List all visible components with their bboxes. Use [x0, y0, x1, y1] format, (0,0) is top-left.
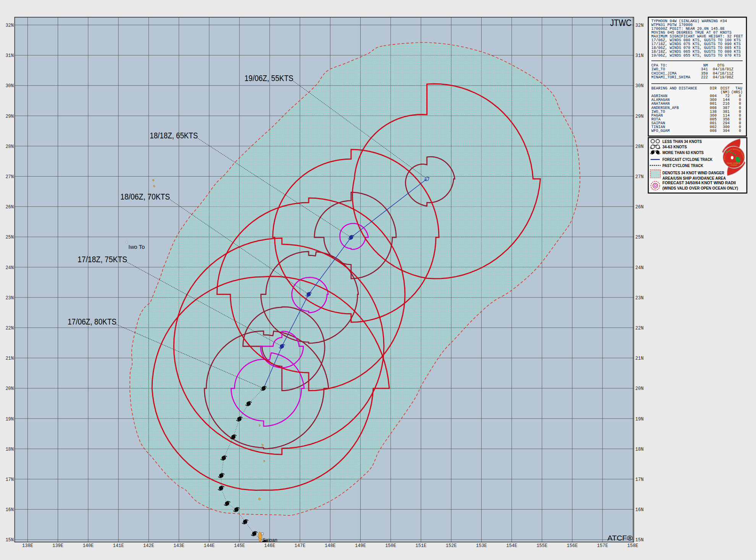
svg-text:MORE THAN 63 KNOTS: MORE THAN 63 KNOTS: [662, 150, 704, 155]
svg-text:32N: 32N: [635, 23, 644, 28]
svg-text:17N: 17N: [5, 477, 14, 482]
svg-text:141E: 141E: [113, 543, 124, 549]
svg-text:158E: 158E: [627, 543, 638, 549]
svg-text:ATCF®: ATCF®: [607, 534, 633, 542]
svg-text:23N: 23N: [5, 295, 14, 301]
svg-text:153E: 153E: [476, 543, 487, 549]
svg-text:149E: 149E: [355, 543, 366, 549]
svg-text:19N: 19N: [635, 417, 644, 422]
svg-text:22N: 22N: [5, 326, 14, 331]
svg-text:17/18Z, 75KTS: 17/18Z, 75KTS: [78, 255, 127, 264]
svg-text:146E: 146E: [264, 543, 275, 549]
svg-text:151E: 151E: [416, 543, 427, 549]
svg-text:HAWAII: HAWAII: [731, 164, 737, 166]
svg-text:30N: 30N: [635, 83, 644, 89]
svg-text:WFO_GUAM: WFO_GUAM: [651, 129, 670, 133]
svg-text:20N: 20N: [635, 386, 644, 391]
svg-text:17N: 17N: [635, 477, 644, 482]
svg-text:155E: 155E: [536, 543, 547, 549]
svg-text:(HRS): (HRS): [731, 90, 743, 94]
svg-text:21N: 21N: [635, 356, 644, 361]
svg-text:34-63 KNOTS: 34-63 KNOTS: [662, 144, 687, 149]
svg-text:156E: 156E: [567, 543, 578, 549]
svg-text:MINAMI_TORI_SHIMA: MINAMI_TORI_SHIMA: [651, 75, 690, 80]
svg-text:18/06Z, 70KTS: 18/06Z, 70KTS: [120, 192, 170, 201]
svg-text:145E: 145E: [234, 543, 245, 549]
svg-text:140E: 140E: [83, 543, 94, 549]
svg-text:143E: 143E: [173, 543, 185, 549]
svg-text:BEARING AND DISTANCE: BEARING AND DISTANCE: [651, 86, 697, 91]
svg-text:04/19/06Z: 04/19/06Z: [713, 75, 733, 80]
svg-text:19N: 19N: [5, 417, 14, 422]
svg-text:138E: 138E: [22, 543, 33, 549]
svg-text:25N: 25N: [635, 235, 644, 240]
svg-text:18/18Z, 65KTS: 18/18Z, 65KTS: [150, 131, 198, 140]
svg-text:142E: 142E: [143, 543, 154, 549]
svg-text:15N: 15N: [635, 537, 644, 543]
svg-text:27N: 27N: [5, 174, 14, 180]
svg-text:18N: 18N: [5, 447, 14, 452]
svg-text:PEARL HARBOR: PEARL HARBOR: [727, 162, 741, 164]
svg-text:LESS THAN 34 KNOTS: LESS THAN 34 KNOTS: [662, 139, 702, 144]
svg-text:25N: 25N: [5, 235, 14, 240]
svg-text:222: 222: [701, 75, 708, 80]
svg-text:23N: 23N: [635, 295, 644, 301]
svg-text:139E: 139E: [52, 543, 63, 549]
svg-text:29N: 29N: [5, 114, 14, 119]
svg-text:JTWC: JTWC: [610, 18, 631, 28]
svg-text:(NM): (NM): [720, 90, 730, 94]
svg-text:29N: 29N: [635, 114, 644, 119]
svg-text:147E: 147E: [295, 543, 306, 549]
svg-text:26N: 26N: [635, 205, 644, 210]
svg-text:152E: 152E: [446, 543, 457, 549]
svg-text:DIR: DIR: [710, 86, 717, 91]
svg-text:24N: 24N: [635, 265, 644, 271]
svg-text:28N: 28N: [635, 144, 644, 149]
svg-text:16N: 16N: [635, 507, 644, 513]
svg-text:19/06Z, WINDS 055 KTS, GUSTS T: 19/06Z, WINDS 055 KTS, GUSTS TO 070 KTS: [651, 54, 741, 58]
svg-text:148E: 148E: [325, 543, 336, 549]
svg-text:FORECAST CYCLONE TRACK: FORECAST CYCLONE TRACK: [662, 157, 712, 162]
svg-text:27N: 27N: [635, 174, 644, 180]
svg-text:DENOTES 34 KNOT WIND DANGER: DENOTES 34 KNOT WIND DANGER: [662, 170, 724, 175]
svg-text:157E: 157E: [597, 543, 608, 549]
svg-text:20N: 20N: [5, 386, 14, 391]
svg-text:31N: 31N: [635, 53, 644, 58]
svg-text:32N: 32N: [5, 23, 14, 28]
svg-text:(WINDS VALID OVER OPEN OCEAN O: (WINDS VALID OVER OPEN OCEAN ONLY): [662, 186, 738, 190]
svg-text:394: 394: [723, 129, 730, 133]
svg-text:31N: 31N: [5, 53, 14, 58]
svg-text:22N: 22N: [635, 326, 644, 331]
svg-text:PAST CYCLONE TRACK: PAST CYCLONE TRACK: [662, 163, 703, 168]
svg-text:17/06Z, 80KTS: 17/06Z, 80KTS: [68, 317, 117, 326]
svg-text:008: 008: [710, 129, 717, 133]
svg-text:0: 0: [739, 129, 741, 133]
svg-text:16N: 16N: [5, 507, 14, 513]
svg-text:FORECAST 34/50/64 KNOT WIND RA: FORECAST 34/50/64 KNOT WIND RADII: [662, 180, 736, 185]
svg-text:154E: 154E: [506, 543, 517, 549]
svg-text:26N: 26N: [5, 205, 14, 210]
svg-text:150E: 150E: [385, 543, 396, 549]
svg-text:21N: 21N: [5, 356, 14, 361]
svg-text:AREA/USN SHIP AVOIDANCE AREA: AREA/USN SHIP AVOIDANCE AREA: [662, 176, 726, 180]
svg-text:18N: 18N: [635, 447, 644, 452]
svg-text:144E: 144E: [204, 543, 215, 549]
svg-text:15N: 15N: [5, 537, 14, 543]
svg-text:30N: 30N: [5, 83, 14, 89]
svg-text:19/06Z, 55KTS: 19/06Z, 55KTS: [244, 73, 293, 83]
svg-text:Iwo To: Iwo To: [128, 243, 145, 250]
svg-text:24N: 24N: [5, 265, 14, 271]
svg-text:28N: 28N: [5, 144, 14, 149]
